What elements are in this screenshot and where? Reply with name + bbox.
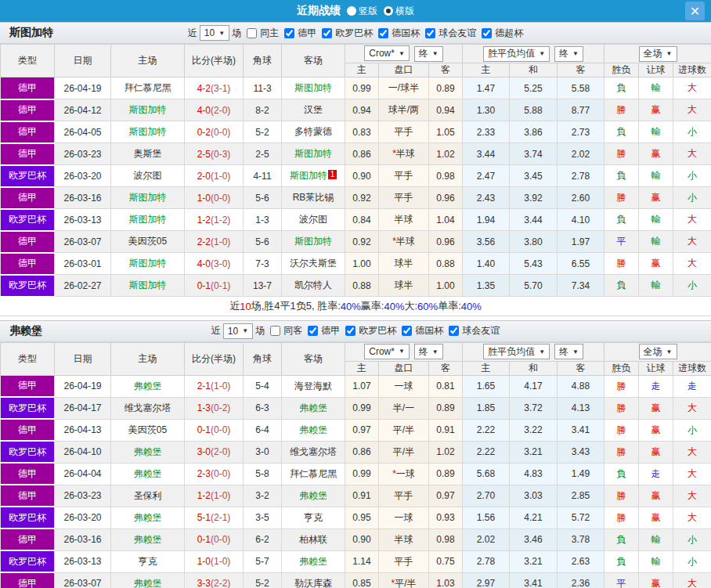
avg-away-odds: 2.73 (558, 121, 605, 143)
handicap-result: 赢 (639, 441, 673, 463)
halftime-score: (0-1) (211, 280, 230, 291)
home-team-name: 美因茨05 (128, 236, 167, 247)
recent-count-select[interactable]: 10▼ (200, 25, 229, 41)
avg-odds-select[interactable]: 胜平负均值▼ (483, 46, 550, 62)
match-date: 26-03-16 (55, 528, 111, 550)
odds-stage-select[interactable]: 终▼ (414, 344, 443, 359)
score-cell: 3-3(2-2) (185, 572, 244, 588)
score-cell: 1-0(0-0) (185, 187, 244, 209)
same-venue-checkbox[interactable] (270, 326, 280, 336)
league-checkbox[interactable] (322, 28, 332, 38)
league-checkbox[interactable] (378, 28, 388, 38)
goals-result: 大 (673, 209, 711, 231)
match-row: 德甲26-04-19拜仁慕尼黑4-2(3-1)11-3斯图加特0.99一/球半0… (1, 78, 711, 99)
avg-home-odds: 2.02 (463, 528, 510, 550)
league-label: 球会友谊 (439, 27, 476, 40)
home-team: 斯图加特 (111, 121, 185, 143)
halftime-score: (2-0) (211, 105, 230, 116)
home-team: 弗赖堡 (111, 528, 185, 550)
avg-draw-odds: 3.45 (510, 165, 558, 187)
odds-stage-select[interactable]: 终▼ (414, 46, 443, 62)
sub-column-header: 让球 (639, 361, 673, 375)
filter-bar: 近10▼场同客德甲欧罗巴杯德国杯球会友谊 (211, 323, 500, 339)
match-row: 德甲26-03-07美因茨052-2(1-0)5-6斯图加特0.92*半球0.9… (1, 231, 711, 253)
summary-text: 单率: (438, 299, 461, 313)
avg-stage-select[interactable]: 终▼ (554, 46, 583, 62)
league-label: 德超杯 (495, 27, 523, 40)
away-team-name: 斯图加特 (294, 82, 332, 93)
away-team: 维戈塞尔塔 (282, 441, 345, 463)
column-header: 日期 (55, 45, 111, 78)
odds-company-select[interactable]: Crow*▼ (364, 344, 410, 359)
result-scope-select-label: 全场 (644, 345, 662, 359)
avg-away-odds: 4.10 (558, 209, 605, 231)
radio-icon[interactable] (384, 6, 393, 16)
header-select-group: 胜平负均值▼终▼ (463, 342, 605, 361)
handicap-text: 平手 (395, 490, 413, 501)
result-scope-select[interactable]: 全场▼ (639, 344, 677, 359)
league-checkbox[interactable] (425, 28, 435, 38)
home-team: 拜仁慕尼黑 (111, 78, 185, 99)
halftime-score: (3-0) (211, 258, 230, 269)
odds-away: 1.03 (429, 572, 463, 588)
home-team: 弗赖堡 (111, 572, 185, 588)
away-team: 斯图加特 (282, 143, 345, 165)
odds-away: 0.98 (429, 165, 463, 187)
recent-count-select[interactable]: 10▼ (223, 323, 253, 339)
avg-home-odds: 3.44 (463, 143, 510, 165)
avg-draw-odds: 3.74 (510, 143, 558, 165)
away-team-name: 维戈塞尔塔 (290, 446, 337, 457)
odds-home: 0.88 (345, 275, 379, 297)
odds-company-select[interactable]: Crow*▼ (364, 45, 410, 61)
layout-radio-horizontal[interactable]: 横版 (384, 5, 414, 18)
odds-away: 0.98 (429, 528, 463, 550)
home-team-name: 弗赖堡 (134, 534, 162, 545)
header-select-group: 全场▼ (605, 45, 711, 63)
home-team: 斯图加特 (111, 187, 185, 209)
fulltime-score: 0-1 (197, 280, 211, 291)
close-icon[interactable]: ✕ (685, 2, 705, 20)
avg-odds-select[interactable]: 胜平负均值▼ (483, 344, 550, 359)
league-checkbox[interactable] (402, 326, 412, 336)
handicap-text: 球半 (395, 280, 413, 290)
radio-icon[interactable] (347, 6, 356, 16)
handicap-cell: 平手 (379, 121, 429, 143)
games-label: 场 (232, 27, 241, 40)
result-scope-select[interactable]: 全场▼ (639, 46, 677, 62)
halftime-score: (1-2) (211, 215, 230, 225)
goals-result: 小 (673, 419, 711, 441)
chevron-down-icon: ▼ (218, 30, 225, 37)
avg-away-odds: 7.34 (558, 275, 605, 297)
odds-home: 0.99 (345, 463, 379, 485)
away-team: 汉堡 (282, 99, 345, 121)
goals-result: 走 (673, 375, 711, 397)
fulltime-score: 2-1 (197, 381, 211, 391)
odds-home: 0.92 (345, 187, 379, 209)
section-header-1: 弗赖堡近10▼场同客德甲欧罗巴杯德国杯球会友谊 (0, 320, 711, 342)
same-venue-checkbox[interactable] (247, 28, 257, 38)
fulltime-score: 1-3 (197, 402, 211, 413)
chevron-down-icon: ▼ (666, 50, 673, 57)
avg-stage-select[interactable]: 终▼ (554, 344, 583, 359)
league-checkbox[interactable] (449, 326, 459, 336)
league-checkbox[interactable] (308, 326, 318, 336)
league-checkbox[interactable] (482, 28, 492, 38)
fulltime-score: 4-0 (197, 258, 211, 269)
league-checkbox[interactable] (284, 28, 294, 38)
home-team-name: 斯图加特 (129, 280, 167, 290)
odds-away: 0.75 (429, 550, 463, 572)
layout-radio-vertical[interactable]: 竖版 (347, 5, 377, 18)
score-cell: 4-2(3-1) (185, 78, 244, 99)
league-checkbox[interactable] (345, 326, 356, 336)
corners-cell: 3-2 (244, 485, 282, 507)
avg-away-odds: 6.55 (558, 253, 605, 275)
handicap-cell: 球半/两 (379, 99, 429, 121)
avg-away-odds: 3.43 (558, 441, 605, 463)
fulltime-score: 0-2 (197, 127, 211, 138)
avg-draw-odds: 4.83 (510, 463, 558, 485)
match-date: 26-04-19 (55, 375, 111, 397)
avg-odds-select-label: 胜平负均值 (488, 47, 535, 60)
goals-result: 大 (673, 485, 711, 507)
odds-away: 1.02 (429, 143, 463, 165)
handicap-text: 半球 (395, 534, 413, 545)
